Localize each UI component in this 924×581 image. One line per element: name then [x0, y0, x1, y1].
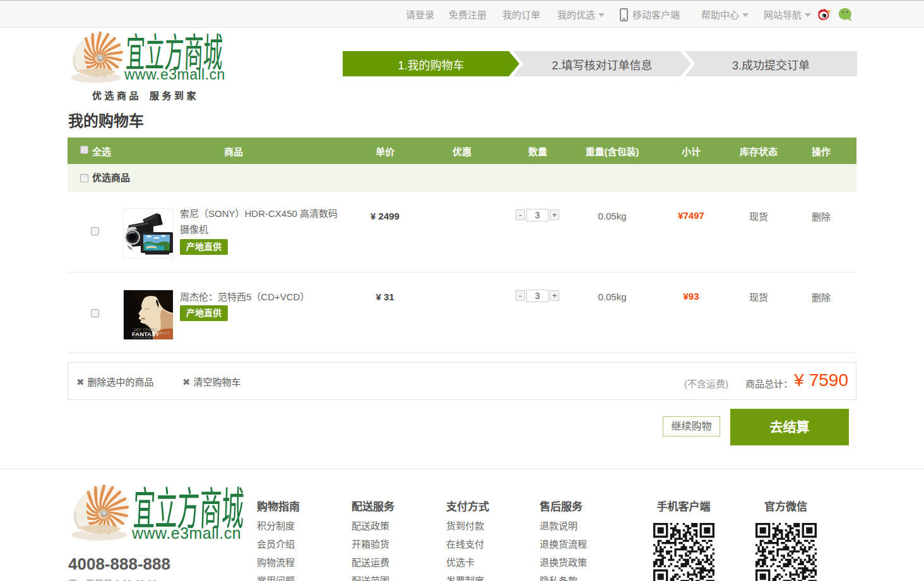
svg-text:LOVE: LOVE [159, 331, 169, 335]
svg-text:WITH SONG OF FANTASY: WITH SONG OF FANTASY [133, 337, 157, 339]
